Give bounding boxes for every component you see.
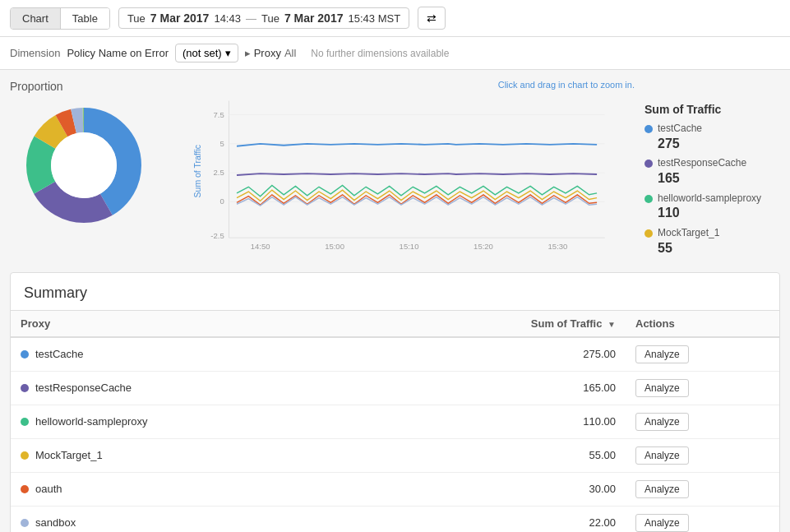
actions-cell: Analyze (626, 337, 779, 372)
legend-item: testCache 275 (644, 123, 780, 152)
legend-area: Sum of Traffic testCache 275 testRespons… (644, 80, 780, 262)
chart-section: Proportion (10, 80, 635, 262)
legend-dot (644, 195, 653, 203)
start-day: Tue (127, 12, 146, 25)
proxy-name: testCache (35, 348, 84, 360)
chart-button[interactable]: Chart (11, 8, 61, 29)
legend-item-value: 55 (658, 240, 719, 257)
dimension-dropdown[interactable]: (not set) ▾ (175, 44, 238, 62)
proxy-name: helloworld-sampleproxy (35, 415, 148, 428)
svg-text:15:00: 15:00 (325, 242, 344, 251)
line-chart-area: Click and drag in chart to zoom in. 7.5 … (168, 80, 635, 262)
proxy-color-dot (21, 451, 29, 460)
svg-text:-2.5: -2.5 (210, 231, 224, 240)
actions-column-header: Actions (626, 310, 779, 337)
actions-cell: Analyze (626, 438, 779, 472)
traffic-value: 30.00 (433, 472, 626, 506)
summary-section: Summary Proxy Sum of Traffic ▼ Actions t… (10, 272, 780, 532)
dimension-bar: Dimension Policy Name on Error (not set)… (0, 37, 790, 70)
legend-title: Sum of Traffic (644, 103, 780, 116)
start-time: 14:43 (214, 12, 241, 25)
dropdown-value: (not set) (182, 47, 222, 59)
table-row: testCache 275.00 Analyze (11, 337, 779, 372)
donut-chart (18, 99, 150, 231)
line-chart-svg[interactable]: 7.5 5 2.5 0 -2.5 14:50 15:00 15:10 15:20… (168, 93, 635, 257)
actions-cell: Analyze (626, 472, 779, 506)
nav-separator-icon: ▸ (245, 47, 251, 59)
table-row: helloworld-sampleproxy 110.00 Analyze (11, 405, 779, 438)
start-date: 7 Mar 2017 (150, 12, 210, 25)
table-row: oauth 30.00 Analyze (11, 472, 779, 506)
traffic-value: 55.00 (433, 438, 626, 472)
legend-item: helloworld-sampleproxy 110 (644, 192, 780, 222)
legend-item-value: 165 (658, 170, 746, 187)
proxy-name: sandbox (35, 516, 76, 529)
table-row: sandbox 22.00 Analyze (11, 506, 779, 532)
svg-text:0: 0 (219, 197, 224, 206)
legend-item-name: MockTarget_1 (658, 227, 719, 240)
analyze-button[interactable]: Analyze (635, 345, 689, 363)
traffic-value: 110.00 (433, 405, 626, 438)
svg-text:7.5: 7.5 (214, 110, 224, 119)
zoom-hint: Click and drag in chart to zoom in. (168, 80, 635, 90)
proxy-cell: MockTarget_1 (11, 438, 433, 472)
legend-dot (644, 125, 653, 133)
proxy-color-dot (21, 418, 29, 426)
proxy-name: oauth (35, 483, 62, 495)
end-date: 7 Mar 2017 (284, 12, 344, 25)
end-time: 15:43 MST (348, 12, 400, 25)
svg-text:5: 5 (219, 139, 224, 148)
date-separator: — (246, 12, 256, 25)
legend-items-container: testCache 275 testResponseCache 165 hell… (644, 123, 780, 257)
proxy-cell: testCache (11, 337, 433, 372)
proxy-color-dot (21, 485, 29, 493)
proxy-color-dot (21, 384, 29, 392)
proxy-color-dot (21, 519, 29, 527)
legend-item-name: testCache (658, 123, 702, 136)
actions-cell: Analyze (626, 371, 779, 405)
analyze-button[interactable]: Analyze (635, 514, 689, 532)
view-toggle: Chart Table (10, 7, 110, 30)
traffic-value: 22.00 (433, 506, 626, 532)
analyze-button[interactable]: Analyze (635, 413, 689, 431)
legend-item-name: testResponseCache (658, 157, 746, 170)
traffic-column-header: Sum of Traffic ▼ (433, 310, 626, 337)
legend-item: testResponseCache 165 (644, 157, 780, 187)
policy-name-label: Policy Name on Error (67, 47, 169, 59)
svg-text:2.5: 2.5 (214, 168, 224, 177)
proxy-cell: helloworld-sampleproxy (11, 405, 433, 438)
table-row: testResponseCache 165.00 Analyze (11, 371, 779, 405)
dimension-label: Dimension (10, 47, 60, 59)
table-button[interactable]: Table (61, 8, 109, 29)
main-content: Proportion (0, 70, 790, 272)
analyze-button[interactable]: Analyze (635, 446, 689, 465)
sort-icon: ▼ (608, 320, 616, 329)
end-day: Tue (261, 12, 280, 25)
legend-dot (644, 160, 653, 168)
all-nav-item[interactable]: All (284, 47, 296, 59)
svg-text:15:30: 15:30 (548, 242, 568, 251)
no-dimensions-text: No further dimensions available (311, 48, 449, 59)
summary-table-body: testCache 275.00 Analyze testResponseCac… (11, 337, 779, 532)
top-bar: Chart Table Tue 7 Mar 2017 14:43 — Tue 7… (0, 0, 790, 37)
traffic-value: 165.00 (433, 371, 626, 405)
proxy-name: testResponseCache (35, 382, 132, 394)
analyze-button[interactable]: Analyze (635, 480, 689, 498)
svg-text:15:20: 15:20 (474, 242, 493, 251)
legend-dot (644, 229, 653, 238)
summary-table: Proxy Sum of Traffic ▼ Actions testCache… (11, 310, 779, 532)
analyze-button[interactable]: Analyze (635, 379, 689, 397)
legend-item-value: 275 (658, 136, 702, 153)
refresh-button[interactable]: ⇄ (418, 7, 446, 30)
svg-point-8 (51, 132, 117, 198)
traffic-value: 275.00 (433, 337, 626, 372)
proxy-nav-item[interactable]: Proxy (254, 47, 281, 59)
proxy-color-dot (21, 350, 29, 359)
legend-item: MockTarget_1 55 (644, 227, 780, 257)
proxy-cell: testResponseCache (11, 371, 433, 405)
svg-text:Sum of Traffic: Sum of Traffic (193, 145, 202, 197)
chevron-down-icon: ▾ (225, 47, 231, 59)
actions-cell: Analyze (626, 506, 779, 532)
summary-title: Summary (11, 273, 779, 310)
dimension-nav: ▸ Proxy All (245, 47, 297, 59)
